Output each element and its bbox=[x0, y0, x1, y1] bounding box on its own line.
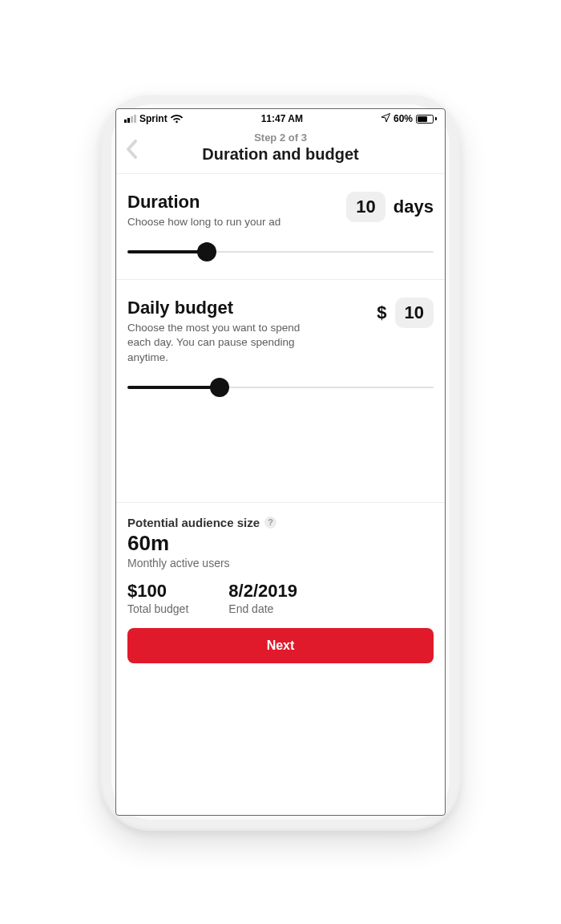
currency-symbol: $ bbox=[377, 302, 386, 323]
location-icon bbox=[381, 113, 390, 124]
end-date-stat: 8/2/2019 End date bbox=[228, 581, 297, 615]
duration-section: Duration Choose how long to run your ad … bbox=[116, 174, 445, 280]
duration-slider[interactable] bbox=[127, 244, 434, 260]
signal-icon bbox=[124, 115, 136, 123]
page-header: Step 2 of 3 Duration and budget bbox=[116, 128, 445, 174]
budget-slider-thumb[interactable] bbox=[210, 378, 229, 397]
page-title: Duration and budget bbox=[116, 145, 445, 164]
duration-value-group: 10 days bbox=[346, 192, 434, 222]
duration-title: Duration bbox=[127, 192, 280, 213]
duration-slider-thumb[interactable] bbox=[197, 242, 216, 261]
budget-value-group: $ 10 bbox=[377, 298, 434, 328]
budget-subtitle: Choose the most you want to spend each d… bbox=[127, 321, 312, 365]
phone-inner: Sprint 11:47 AM 60% bbox=[111, 104, 450, 820]
budget-title: Daily budget bbox=[127, 298, 312, 318]
battery-icon bbox=[416, 115, 437, 124]
spacer bbox=[116, 415, 445, 503]
budget-section: Daily budget Choose the most you want to… bbox=[116, 280, 445, 415]
budget-value[interactable]: 10 bbox=[395, 298, 434, 328]
audience-label: Potential audience size bbox=[127, 516, 260, 529]
carrier-label: Sprint bbox=[139, 113, 167, 124]
budget-slider[interactable] bbox=[127, 379, 434, 395]
summary-section: Potential audience size ? 60m Monthly ac… bbox=[116, 503, 445, 675]
total-budget-value: $100 bbox=[127, 581, 188, 602]
status-left: Sprint bbox=[124, 113, 183, 124]
status-bar: Sprint 11:47 AM 60% bbox=[116, 109, 445, 128]
end-date-value: 8/2/2019 bbox=[228, 581, 297, 602]
phone-frame: Sprint 11:47 AM 60% bbox=[100, 93, 461, 831]
help-icon[interactable]: ? bbox=[264, 517, 276, 529]
screen: Sprint 11:47 AM 60% bbox=[115, 108, 446, 816]
end-date-label: End date bbox=[228, 602, 297, 615]
next-button[interactable]: Next bbox=[127, 628, 434, 663]
step-label: Step 2 of 3 bbox=[116, 132, 445, 144]
budget-slider-fill bbox=[127, 386, 220, 389]
status-time: 11:47 AM bbox=[261, 113, 303, 124]
duration-subtitle: Choose how long to run your ad bbox=[127, 215, 280, 229]
duration-value[interactable]: 10 bbox=[346, 192, 385, 222]
status-right: 60% bbox=[381, 113, 437, 124]
wifi-icon bbox=[171, 115, 183, 124]
duration-unit: days bbox=[394, 197, 434, 217]
bottom-space bbox=[116, 675, 445, 699]
back-button[interactable] bbox=[126, 140, 138, 162]
total-budget-label: Total budget bbox=[127, 602, 188, 615]
duration-slider-fill bbox=[127, 250, 207, 253]
content: Duration Choose how long to run your ad … bbox=[116, 174, 445, 815]
audience-sub: Monthly active users bbox=[127, 557, 434, 569]
total-budget-stat: $100 Total budget bbox=[127, 581, 188, 615]
audience-value: 60m bbox=[127, 531, 434, 556]
battery-pct: 60% bbox=[394, 113, 413, 124]
